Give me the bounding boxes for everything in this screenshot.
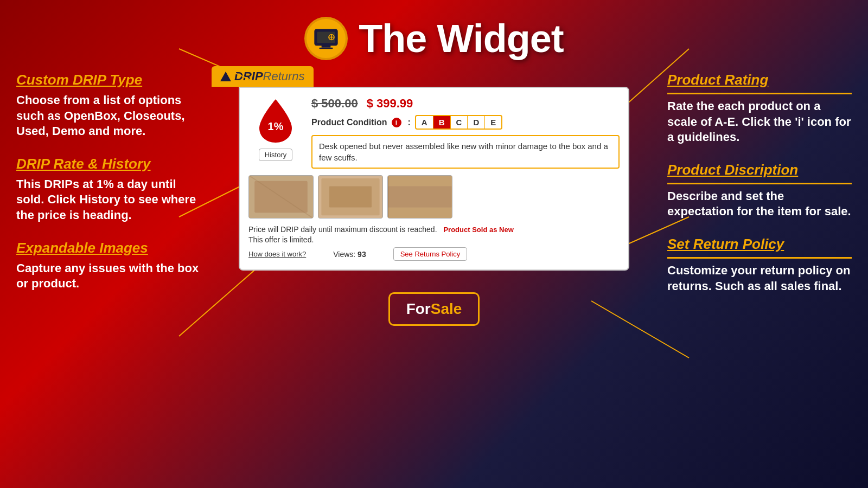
logo-icon (304, 17, 348, 60)
drip-notice: Price will DRIP daily until maximum disc… (248, 224, 514, 235)
widget-box: 1% History $ 500.00 $ 399.99 Product Con… (239, 87, 629, 271)
returns-btn-see: See (400, 250, 413, 258)
svg-rect-19 (388, 187, 452, 208)
drip-logo-text: DRIP (234, 69, 263, 84)
condition-row: Product Condition i : A B C D E (311, 115, 620, 130)
page-title: The Widget (359, 16, 563, 61)
header: The Widget (0, 0, 868, 66)
custom-drip-type-desc: Choose from a list of options such as Op… (16, 93, 201, 139)
views-text: Views: 93 (333, 250, 366, 259)
image-thumb-3[interactable] (387, 175, 452, 219)
grade-c[interactable]: C (451, 116, 468, 129)
product-discription-title: Product Discription (667, 162, 852, 178)
expandable-images-desc: Capture any issues with the box or produ… (16, 261, 201, 292)
svg-text:1%: 1% (268, 120, 284, 132)
colon: : (408, 118, 411, 127)
product-description[interactable]: Desk opened but never assembled like new… (311, 135, 620, 169)
drip-notice-block: Price will DRIP daily until maximum disc… (248, 224, 514, 261)
product-sold-badge: Product Sold as New (443, 226, 513, 234)
drip-drop-badge: 1% (251, 97, 300, 145)
condition-label: Product Condition (311, 118, 387, 127)
grade-d[interactable]: D (468, 116, 485, 129)
returns-logo-text: Returns (263, 69, 305, 84)
drip-rate-history-desc: This DRIPs at 1% a day until sold. Click… (16, 177, 201, 223)
drip-rate-history-title: DRIP Rate & History (16, 156, 201, 172)
center-column: DRIP Returns 1% History (212, 66, 656, 488)
history-button[interactable]: History (259, 149, 292, 161)
grade-b[interactable]: B (433, 116, 451, 129)
drip-triangle-icon (220, 72, 231, 81)
drip-notice-line2: This offer is limited. (248, 235, 514, 244)
condition-grades: A B C D E (415, 115, 502, 130)
set-return-policy-title: Set Return Policy (667, 236, 852, 253)
product-thumbnail: 1% History (248, 97, 303, 169)
grade-e[interactable]: E (485, 116, 501, 129)
left-column: Custom DRIP Type Choose from a list of o… (16, 66, 201, 488)
forsale-for-text: For (406, 300, 431, 318)
returns-policy-button[interactable]: See Returns Policy (393, 247, 468, 261)
forsale-sale-text: Sale (431, 300, 462, 318)
forsale-badge: For Sale (388, 292, 480, 326)
bottom-info: Price will DRIP daily until maximum disc… (248, 224, 620, 261)
set-return-policy-desc: Customize your return policy on returns.… (667, 263, 852, 294)
svg-rect-17 (329, 187, 372, 208)
product-rating-title: Product Rating (667, 72, 852, 88)
custom-drip-type-title: Custom DRIP Type (16, 72, 201, 88)
product-rating-desc: Rate the each product on a scale of A-E.… (667, 99, 852, 145)
views-label: Views: (333, 250, 355, 259)
main-layout: Custom DRIP Type Choose from a list of o… (0, 66, 868, 488)
svg-rect-8 (322, 46, 331, 48)
drip-notice-line1: Price will DRIP daily until maximum disc… (248, 225, 437, 234)
image-thumb-2[interactable] (318, 175, 383, 219)
views-count: 93 (358, 250, 366, 259)
old-price: $ 500.00 (311, 97, 358, 111)
price-row: $ 500.00 $ 399.99 (311, 97, 620, 111)
product-info: $ 500.00 $ 399.99 Product Condition i : … (311, 97, 620, 169)
product-row: 1% History $ 500.00 $ 399.99 Product Con… (248, 97, 620, 169)
image-thumb-1[interactable] (248, 175, 314, 219)
images-row (248, 175, 620, 219)
divider-2 (667, 183, 852, 184)
right-column: Product Rating Rate the each product on … (667, 66, 852, 488)
product-discription-desc: Describe and set the expectation for the… (667, 189, 852, 220)
grade-a[interactable]: A (416, 116, 433, 129)
info-icon[interactable]: i (392, 118, 401, 127)
divider-1 (667, 93, 852, 94)
new-price: $ 399.99 (367, 97, 413, 111)
how-does-it-work-link[interactable]: How does it work? (248, 250, 306, 258)
svg-rect-9 (320, 48, 333, 49)
divider-3 (667, 257, 852, 259)
expandable-images-title: Expandable Images (16, 240, 201, 256)
returns-btn-text: Returns Policy (414, 250, 460, 258)
drip-logo-bar: DRIP Returns (212, 66, 314, 87)
